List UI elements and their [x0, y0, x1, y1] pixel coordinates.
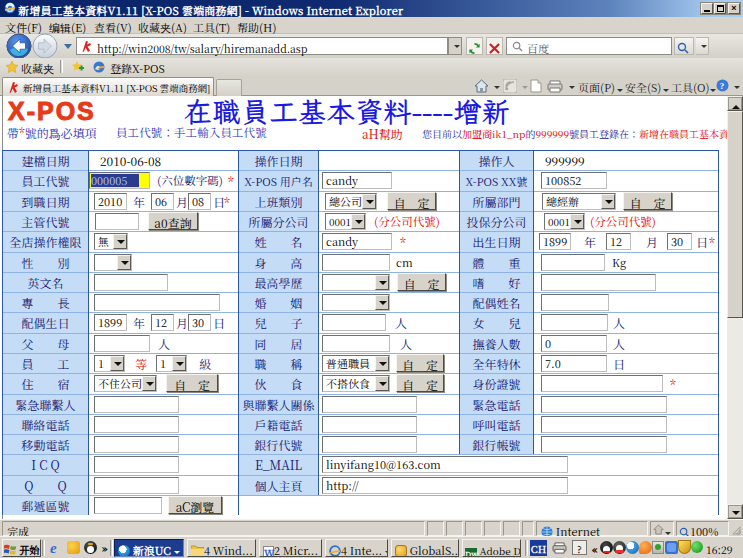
svg-text:e: e — [96, 63, 100, 72]
svg-text:?: ? — [720, 81, 725, 91]
